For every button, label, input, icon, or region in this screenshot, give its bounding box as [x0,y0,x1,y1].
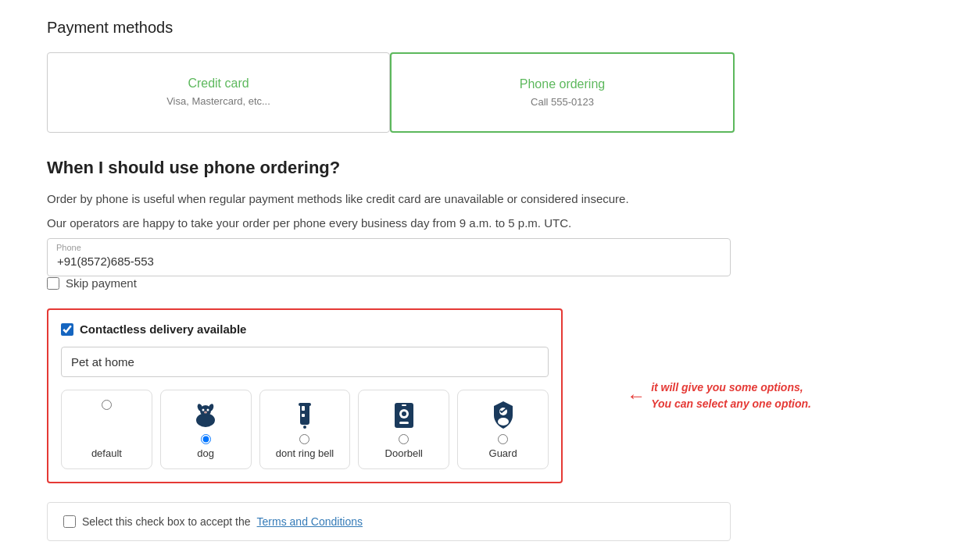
svg-point-11 [303,426,306,429]
dont-ring-bell-icon [289,400,320,431]
delivery-option-guard[interactable]: Guard [457,390,549,469]
annotation-box: ← it will give you some options, You can… [626,379,811,412]
delivery-options-container: default dog [61,390,549,469]
svg-rect-16 [402,404,406,406]
svg-point-5 [207,409,209,411]
doorbell-icon [388,400,420,431]
skip-payment-checkbox[interactable] [47,277,59,290]
phone-field-wrapper: Phone [47,238,731,276]
radio-guard[interactable] [498,434,508,444]
delivery-option-dont-ring-bell[interactable]: dont ring bell [259,390,351,469]
option-label-dog: dog [167,447,245,459]
radio-default[interactable] [102,400,112,410]
option-label-doorbell: Doorbell [365,447,442,459]
guard-icon [488,400,519,431]
terms-link[interactable]: Terms and Conditions [257,515,363,528]
annotation-arrow: ← [626,382,645,410]
pet-input[interactable] [61,347,549,377]
option-label-default: default [68,447,145,459]
radio-dog[interactable] [201,434,211,444]
phone-label: Phone [56,243,81,252]
delivery-option-default[interactable]: default [61,390,152,469]
svg-point-6 [204,411,207,414]
svg-rect-10 [299,403,311,406]
contactless-section: Contactless delivery available default [47,308,563,483]
terms-row: Select this check box to accept the Term… [63,515,714,528]
phone-input[interactable] [47,238,731,276]
radio-dont-ring-bell[interactable] [299,434,309,444]
contactless-label: Contactless delivery available [80,322,246,336]
terms-checkbox[interactable] [63,515,76,528]
svg-rect-15 [399,422,409,424]
dog-icon [190,400,221,431]
terms-section: Select this check box to accept the Term… [47,502,731,541]
svg-point-18 [498,418,509,426]
svg-rect-9 [302,414,305,417]
contactless-checkbox[interactable] [61,323,73,336]
svg-rect-8 [302,406,305,411]
payment-methods-title: Payment methods [47,19,933,37]
delivery-option-dog[interactable]: dog [160,390,252,469]
default-icon [91,413,122,444]
phone-ordering-desc1: Order by phone is useful when regular pa… [47,191,933,208]
phone-ordering-option[interactable]: Phone ordering Call 555-0123 [390,52,735,133]
terms-text-before: Select this check box to accept the [82,515,251,528]
radio-doorbell[interactable] [399,434,409,444]
option-label-guard: Guard [464,447,542,459]
credit-card-subtitle: Visa, Mastercard, etc... [63,95,374,107]
phone-ordering-heading: When I should use phone ordering? [47,158,933,178]
phone-ordering-desc2: Our operators are happy to take your ord… [47,215,933,233]
svg-point-4 [202,409,205,411]
skip-payment-label: Skip payment [66,276,137,290]
credit-card-option[interactable]: Credit card Visa, Mastercard, etc... [47,52,390,133]
contactless-header: Contactless delivery available [61,322,549,336]
svg-point-14 [402,411,406,416]
option-label-dont-ring-bell: dont ring bell [266,447,344,459]
svg-rect-7 [300,403,309,425]
skip-payment-row: Skip payment [47,276,933,290]
credit-card-title: Credit card [63,77,374,91]
delivery-option-doorbell[interactable]: Doorbell [358,390,449,469]
phone-ordering-subtitle: Call 555-0123 [407,96,717,108]
phone-ordering-title: Phone ordering [407,77,717,91]
annotation-text: it will give you some options, You can s… [651,379,811,412]
payment-cards-container: Credit card Visa, Mastercard, etc... Pho… [47,52,735,133]
